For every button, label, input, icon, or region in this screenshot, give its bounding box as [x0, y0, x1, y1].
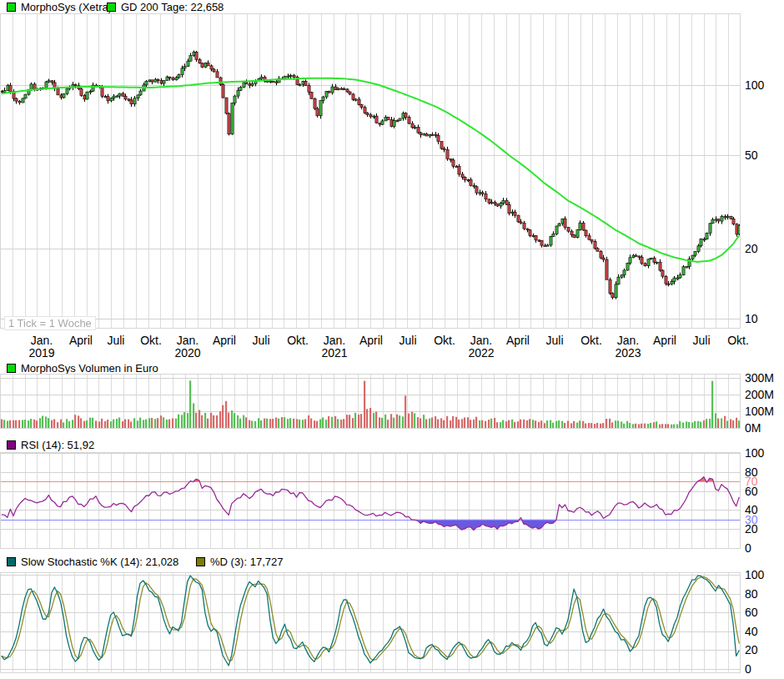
stoch-d-series-swatch-icon [196, 557, 205, 566]
y-axis-label: 80 [745, 587, 758, 601]
ma-legend-label: GD 200 Tage: 22,658 [121, 1, 224, 13]
stoch-d-legend-label: %D (3): 17,727 [210, 556, 283, 568]
y-axis-label: 100M [745, 405, 774, 418]
y-axis-label: 100 [745, 446, 764, 460]
y-axis-label: 100 [745, 568, 764, 581]
stoch-d-legend-item: %D (3): 17,727 [196, 556, 283, 567]
price-legend-item: MorphoSys (Xetra) [7, 2, 112, 13]
price-series-swatch-icon [7, 3, 16, 12]
rsi-legend-item: RSI (14): 51,92 [7, 440, 94, 450]
y-axis-label: 0 [745, 541, 751, 555]
stoch-k-series-swatch-icon [7, 557, 16, 566]
volume-legend-label: MorphoSys Volumen in Euro [21, 362, 158, 375]
rsi-legend-label: RSI (14): 51,92 [21, 439, 94, 451]
stoch-k-legend-item: Slow Stochastic %K (14): 21,028 [7, 556, 178, 567]
price-chart-canvas[interactable] [0, 13, 741, 329]
stoch-chart-canvas[interactable] [0, 572, 741, 673]
y-axis-label: 100 [745, 78, 764, 92]
volume-series-swatch-icon [7, 364, 16, 373]
y-axis-label: 0 [745, 662, 751, 676]
y-axis-label: 10 [745, 312, 758, 325]
stoch-k-legend-label: Slow Stochastic %K (14): 21,028 [21, 556, 178, 568]
rsi-series-swatch-icon [7, 440, 16, 450]
volume-legend-item: MorphoSys Volumen in Euro [7, 363, 158, 374]
y-axis-label: 60 [745, 606, 758, 619]
y-axis-label: 20 [745, 643, 758, 656]
stock-chart-application: MorphoSys (Xetra) GD 200 Tage: 22,658 1 … [0, 0, 784, 679]
ma-legend-item: GD 200 Tage: 22,658 [107, 2, 224, 13]
y-axis-label: 50 [745, 148, 758, 162]
volume-chart-canvas[interactable] [0, 374, 741, 429]
ma-series-swatch-icon [107, 3, 116, 12]
price-legend-label: MorphoSys (Xetra) [21, 1, 112, 13]
rsi-chart-canvas[interactable] [0, 452, 741, 549]
y-axis-label: 60 [745, 485, 758, 498]
y-axis-label: 20 [745, 522, 758, 536]
x-axis-label: Okt. [715, 334, 761, 347]
tick-interval-note: 1 Tick = 1 Woche [4, 316, 96, 330]
y-axis-label: 300M [745, 371, 774, 385]
y-axis-label: 20 [745, 242, 758, 255]
y-axis-label: 0M [745, 421, 761, 435]
y-axis-label: 40 [745, 625, 758, 638]
y-axis-label: 200M [745, 388, 774, 401]
